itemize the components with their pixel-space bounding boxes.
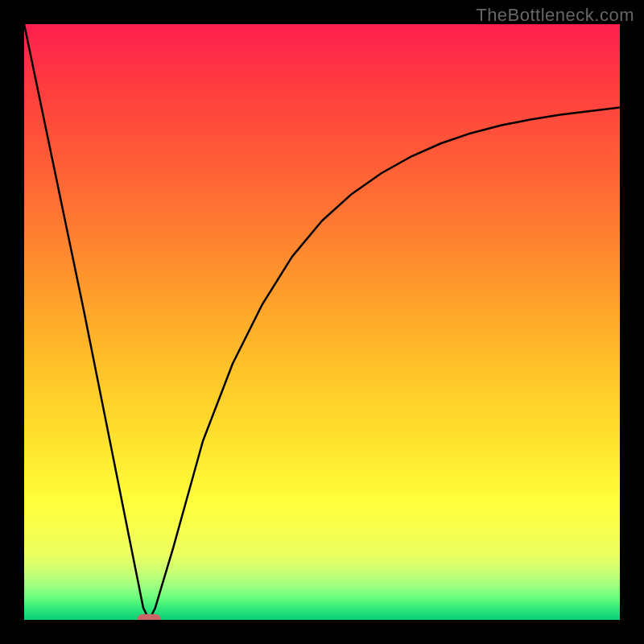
bottleneck-curve	[24, 24, 620, 620]
optimal-range-marker	[138, 614, 162, 620]
chart-frame: TheBottleneck.com	[0, 0, 644, 644]
plot-area	[24, 24, 620, 620]
watermark-text: TheBottleneck.com	[476, 5, 634, 26]
